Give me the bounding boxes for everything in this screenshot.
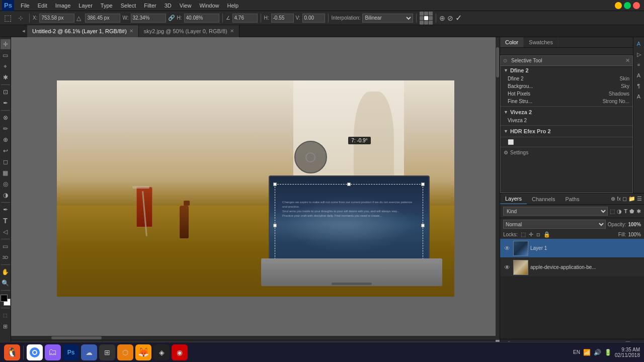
hdr-section-header[interactable]: ▼ HDR Efex Pro 2	[501, 127, 632, 136]
taskbar-app-chrome[interactable]	[27, 344, 43, 360]
menu-file[interactable]: File	[17, 2, 33, 10]
screen-mode-btn[interactable]: ⊞	[1, 321, 11, 331]
layer-filter-pixel[interactable]: ⬚	[610, 208, 615, 215]
select-rect-tool[interactable]: ▭	[1, 50, 11, 60]
taskbar-app-5[interactable]: ☁	[81, 344, 97, 360]
tab-untitled2[interactable]: Untitled-2 @ 66.1% (Layer 1, RGB/8#) ✕	[27, 25, 139, 37]
transform-mode-icon[interactable]: ⊹	[15, 13, 26, 24]
move-tool[interactable]: ✛	[1, 39, 11, 49]
panel-icon-6[interactable]: A	[634, 92, 643, 101]
layer-panel-menu[interactable]: ☰	[637, 196, 642, 202]
blur-tool[interactable]: ◎	[1, 179, 11, 189]
layer-item-1[interactable]: 👁 apple-device-application-be...	[500, 258, 644, 277]
hskew-input[interactable]	[271, 14, 294, 23]
lock-all-icon[interactable]: 🔒	[543, 231, 550, 238]
layer-group-icon[interactable]: 📁	[628, 196, 635, 202]
dfine-item-3[interactable]: Fine Stru... Strong No...	[501, 98, 632, 105]
opacity-value[interactable]: 100%	[628, 222, 641, 227]
panel-icon-color[interactable]: A	[634, 39, 643, 48]
eraser-tool[interactable]: ◻	[1, 157, 11, 167]
zoom-tool[interactable]: 🔍	[1, 278, 11, 288]
clone-tool[interactable]: ⊕	[1, 135, 11, 145]
panel-icon-2[interactable]: ▷	[634, 50, 643, 59]
tab-sky2[interactable]: sky2.jpg @ 50% (Layer 0, RGB/8) ✕	[139, 25, 239, 37]
taskbar-app-ubuntu[interactable]: 🐧	[4, 344, 20, 360]
transform-tool-icon[interactable]: ⬚	[2, 13, 13, 24]
menu-window[interactable]: Window	[196, 2, 222, 10]
layer-0-visibility[interactable]: 👁	[503, 244, 511, 252]
taskbar-app-files[interactable]: 🗂	[45, 344, 61, 360]
tab-sky2-close[interactable]: ✕	[230, 28, 234, 34]
dfine-item-2[interactable]: Hot Pixels Shadows	[501, 90, 632, 98]
layer-filter-adj[interactable]: ◑	[617, 208, 622, 215]
fill-value[interactable]: 100%	[628, 232, 641, 237]
color-tab[interactable]: Color	[500, 37, 524, 47]
tab-paths[interactable]: Paths	[560, 194, 585, 204]
path-select-tool[interactable]: ◁	[1, 227, 11, 237]
brush-tool[interactable]: ✏	[1, 124, 11, 134]
panel-icon-3[interactable]: ≡	[634, 60, 643, 69]
swatches-tab[interactable]: Swatches	[524, 37, 558, 47]
commit-icon[interactable]: ✓	[455, 13, 462, 23]
menu-type[interactable]: Type	[97, 2, 116, 10]
layer-mask-icon[interactable]: ◻	[622, 196, 627, 202]
quick-select-tool[interactable]: ✱	[1, 72, 11, 82]
v-scrollbar[interactable]	[496, 37, 500, 340]
anchor-grid[interactable]	[420, 12, 433, 25]
tab-untitled2-close[interactable]: ✕	[129, 28, 133, 34]
w-input[interactable]	[131, 14, 166, 23]
menu-edit[interactable]: Edit	[34, 2, 51, 10]
menu-3d[interactable]: 3D	[161, 2, 175, 10]
lock-position-icon[interactable]: ✛	[529, 231, 533, 238]
vskew-input[interactable]	[302, 14, 325, 23]
interpolation-select[interactable]: Bilinear Bicubic Nearest Neighbor	[362, 14, 413, 23]
crop-tool[interactable]: ⊡	[1, 87, 11, 97]
warp-icon[interactable]: ⊕	[439, 14, 445, 22]
layer-filter-shape[interactable]: ⬟	[629, 208, 634, 215]
dfine-item-1[interactable]: Backgrou... Sky	[501, 82, 632, 90]
viveza-section-header[interactable]: ▼ Viveza 2	[501, 108, 632, 117]
link-icon[interactable]: 🔗	[168, 15, 175, 21]
type-tool[interactable]: T	[1, 216, 11, 226]
lock-pixels-icon[interactable]: ⬚	[521, 231, 526, 238]
layer-item-0[interactable]: 👁 Layer 1	[500, 239, 644, 258]
hand-tool[interactable]: ✋	[1, 267, 11, 277]
layer-filter-type[interactable]: T	[624, 208, 627, 214]
tab-layers[interactable]: Layers	[500, 194, 527, 204]
pen-tool[interactable]: ✒	[1, 205, 11, 215]
lasso-tool[interactable]: ⌖	[1, 61, 11, 71]
spot-heal-tool[interactable]: ⊗	[1, 113, 11, 123]
layer-filter-smart[interactable]: ✱	[636, 208, 641, 215]
angle-input[interactable]	[232, 14, 258, 23]
3d-tool[interactable]: 3D	[1, 252, 11, 262]
taskbar-app-firefox[interactable]: 🦊	[135, 344, 151, 360]
h-scrollbar[interactable]	[11, 336, 496, 340]
taskbar-app-unity2[interactable]: ◈	[153, 344, 170, 360]
viveza-item-0[interactable]: Viveza 2	[501, 117, 632, 124]
history-tool[interactable]: ↩	[1, 146, 11, 156]
add-adjustment-icon[interactable]: ⊕	[611, 196, 615, 202]
tab-channels[interactable]: Channels	[527, 194, 560, 204]
menu-select[interactable]: Select	[117, 2, 140, 10]
dfine-section-header[interactable]: ▼ Dfine 2	[501, 66, 632, 75]
quick-mask-btn[interactable]: ⬚	[1, 310, 11, 320]
dodge-tool[interactable]: ◑	[1, 190, 11, 200]
layer-1-visibility[interactable]: 👁	[503, 263, 511, 272]
minimize-btn[interactable]	[615, 2, 622, 9]
lock-artboard-icon[interactable]: ⊡	[536, 232, 540, 237]
color-swatches[interactable]	[1, 295, 11, 306]
panel-icon-5[interactable]: ¶	[634, 81, 643, 90]
settings-bar[interactable]: ⚙ Settings	[501, 148, 632, 157]
kind-filter-select[interactable]: Kind	[503, 207, 608, 216]
menu-image[interactable]: Image	[52, 2, 74, 10]
maximize-btn[interactable]	[624, 2, 631, 9]
menu-help[interactable]: Help	[224, 2, 243, 10]
gradient-tool[interactable]: ▦	[1, 168, 11, 178]
h-input[interactable]	[184, 14, 219, 23]
menu-filter[interactable]: Filter	[140, 2, 159, 10]
panel-icon-4[interactable]: A	[634, 71, 643, 80]
panel-toggle-icon[interactable]: ◂	[22, 28, 25, 34]
blend-mode-select[interactable]: Normal Multiply Screen Overlay	[503, 220, 606, 229]
layer-fx-icon[interactable]: fx	[617, 196, 621, 202]
eyedropper-tool[interactable]: ✒	[1, 98, 11, 108]
